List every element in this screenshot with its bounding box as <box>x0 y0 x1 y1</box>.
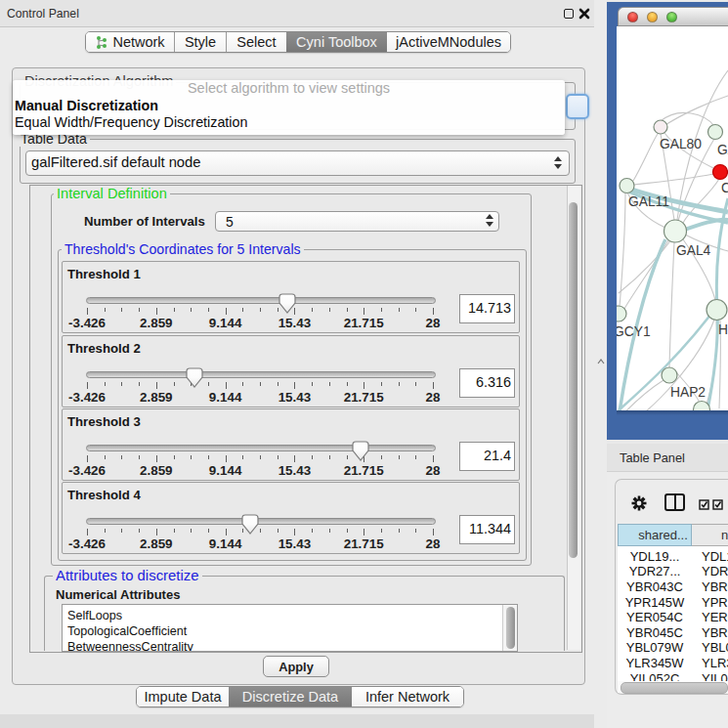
svg-text:HAP2: HAP2 <box>670 385 706 400</box>
svg-text:C: C <box>721 181 728 195</box>
svg-text:GAL11: GAL11 <box>628 194 669 209</box>
svg-text:GA: GA <box>717 143 728 157</box>
svg-text:H: H <box>718 322 728 337</box>
svg-text:GAL80: GAL80 <box>660 137 702 151</box>
svg-text:GAL4: GAL4 <box>676 243 711 258</box>
svg-text:GCY1: GCY1 <box>617 324 651 339</box>
